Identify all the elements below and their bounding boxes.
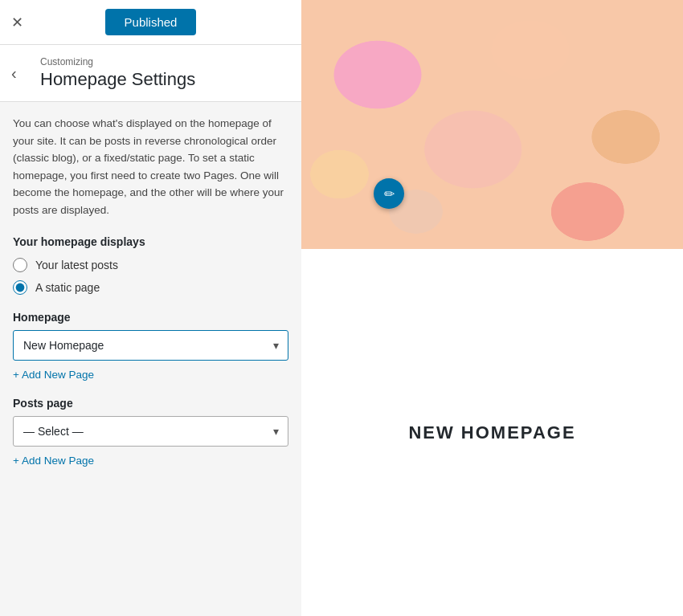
homepage-add-page-link[interactable]: + Add New Page [13,369,94,381]
homepage-field-label: Homepage [13,311,288,324]
panel-content: You can choose what's displayed on the h… [0,102,301,616]
radio-static-page[interactable]: A static page [13,280,288,295]
radio-latest-posts-label: Your latest posts [35,259,118,271]
top-bar: ✕ Published [0,0,301,45]
close-button[interactable]: ✕ [11,15,23,30]
candy-hearts-background [301,0,683,249]
posts-page-add-page-link[interactable]: + Add New Page [13,455,94,467]
edit-overlay-button[interactable]: ✏ [374,178,404,209]
radio-group: Your latest posts A static page [13,258,288,295]
radio-static-page-input[interactable] [13,280,27,295]
back-button[interactable]: ‹ [11,65,17,81]
posts-page-field-label: Posts page [13,397,288,410]
right-panel: ✏ NEW HOMEPAGE [301,0,683,616]
homepage-displays-label: Your homepage displays [13,235,288,248]
left-panel: ✕ Published ‹ Customizing Homepage Setti… [0,0,301,616]
homepage-select[interactable]: New Homepage Sample Page About Contact [13,330,288,361]
posts-page-select[interactable]: — Select — Blog News Sample Page [13,416,288,447]
preview-content: NEW HOMEPAGE [301,249,683,616]
section-title: Homepage Settings [40,69,195,89]
homepage-select-wrapper: New Homepage Sample Page About Contact ▾ [13,330,288,361]
preview-image: ✏ [301,0,683,249]
radio-latest-posts[interactable]: Your latest posts [13,258,288,272]
description-text: You can choose what's displayed on the h… [13,115,288,219]
section-header: ‹ Customizing Homepage Settings [0,45,301,102]
customizing-label: Customizing [40,56,288,67]
radio-static-page-label: A static page [35,281,100,294]
pencil-icon: ✏ [384,186,395,202]
posts-page-select-wrapper: — Select — Blog News Sample Page ▾ [13,416,288,447]
radio-latest-posts-input[interactable] [13,258,27,272]
homepage-title-preview: NEW HOMEPAGE [408,422,575,443]
published-button[interactable]: Published [105,9,197,35]
